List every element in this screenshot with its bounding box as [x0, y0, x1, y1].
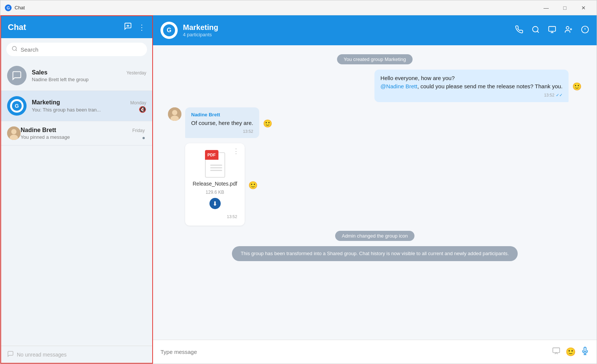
title-bar: G Chat — □ ✕ — [0, 0, 597, 15]
conversation-list: Sales Yesterday Nadine Brett left the gr… — [1, 61, 152, 346]
file-menu-icon[interactable]: ⋮ — [233, 147, 239, 155]
app-window: G Chat — □ ✕ Chat ⋮ — [0, 0, 597, 364]
call-icon[interactable] — [515, 25, 523, 36]
chat-header-icons — [515, 25, 589, 36]
nadine-conv-preview: You pinned a message — [21, 134, 145, 140]
search-chat-icon[interactable] — [532, 25, 540, 36]
app-body: Chat ⋮ — [0, 15, 597, 364]
marketing-conv-preview: You: This group has been tran... — [32, 107, 101, 113]
incoming-emoji-btn[interactable]: 🙂 — [263, 119, 272, 128]
system-message-created: You created group Marketing — [337, 54, 413, 64]
maximize-button[interactable]: □ — [556, 0, 573, 15]
chat-area: G Marketing 4 participants — [153, 15, 597, 364]
marketing-conv-top: Marketing Monday — [32, 99, 146, 106]
pdf-line-3 — [210, 170, 222, 171]
incoming-message-row: Nadine Brett Of course, here they are. 1… — [168, 107, 582, 138]
own-message-time: 13:52 ✓✓ — [380, 93, 563, 98]
message-input[interactable] — [160, 349, 547, 355]
pdf-lines — [210, 165, 222, 171]
sidebar-title: Chat — [8, 22, 26, 32]
nadine-conv-info: Nadine Brett Friday You pinned a message — [21, 127, 145, 140]
nadine-conv-time: Friday — [132, 128, 145, 133]
svg-point-5 — [11, 129, 16, 134]
own-message-bubble: Hello everyone, how are you? @Nadine Bre… — [374, 70, 569, 102]
mute-icon: 🔇 — [139, 106, 146, 113]
chat-header-left: G Marketing 4 participants — [160, 22, 218, 39]
double-check-icon: ✓✓ — [556, 93, 563, 98]
nadine-conv-top: Nadine Brett Friday — [21, 127, 145, 134]
search-input-wrap[interactable] — [6, 43, 147, 56]
sidebar-header-icons: ⋮ — [124, 22, 146, 32]
incoming-avatar — [168, 107, 181, 121]
incoming-time: 13:52 — [191, 129, 253, 134]
conversation-item-marketing[interactable]: G Marketing Monday You: This group has b… — [1, 91, 152, 121]
system-message-shared-group: This group has been transformed into a S… — [232, 246, 518, 261]
conversation-item-sales[interactable]: Sales Yesterday Nadine Brett left the gr… — [1, 61, 152, 91]
file-size: 129.6 KB — [206, 190, 224, 195]
own-message-emoji-btn[interactable]: 🙂 — [572, 82, 582, 91]
svg-line-8 — [537, 31, 539, 33]
search-input[interactable] — [21, 46, 142, 53]
sales-conv-name: Sales — [32, 69, 48, 76]
incoming-sender: Nadine Brett — [191, 112, 253, 117]
svg-line-3 — [16, 50, 17, 51]
pdf-line-2 — [210, 167, 222, 168]
chat-group-avatar: G — [160, 22, 178, 39]
marketing-conv-bottom: You: This group has been tran... 🔇 — [32, 106, 146, 113]
microphone-icon[interactable] — [581, 347, 589, 357]
screen-share-icon[interactable] — [548, 25, 556, 36]
emoji-input-icon[interactable]: 🙂 — [566, 347, 576, 357]
incoming-message-wrap: Nadine Brett Of course, here they are. 1… — [185, 107, 259, 138]
own-message-wrap: Hello everyone, how are you? @Nadine Bre… — [374, 70, 569, 102]
sidebar-header: Chat ⋮ — [1, 16, 152, 38]
marketing-group-avatar: G — [7, 96, 27, 116]
chat-input-bar: 🙂 — [153, 340, 597, 364]
svg-rect-9 — [549, 26, 555, 31]
new-chat-icon[interactable] — [124, 22, 132, 32]
sales-conv-info: Sales Yesterday Nadine Brett left the gr… — [32, 69, 146, 82]
incoming-text: Of course, here they are. — [191, 119, 253, 127]
nadine-conv-name: Nadine Brett — [21, 127, 56, 134]
svg-point-12 — [566, 26, 569, 29]
messages-area: You created group Marketing Hello everyo… — [153, 45, 597, 340]
download-button[interactable]: ⬇ — [209, 198, 221, 209]
svg-point-2 — [12, 46, 16, 51]
nadine-avatar — [7, 126, 21, 140]
sales-group-avatar — [7, 66, 27, 85]
file-bubble: ⋮ PDF Release_Notes.pdf — [185, 143, 245, 226]
app-logo: G — [5, 4, 12, 11]
add-participant-icon[interactable] — [564, 25, 573, 36]
conversation-item-nadine[interactable]: Nadine Brett Friday You pinned a message — [1, 121, 152, 146]
file-emoji-btn[interactable]: 🙂 — [248, 181, 258, 190]
own-message-row: Hello everyone, how are you? @Nadine Bre… — [168, 70, 582, 102]
marketing-conv-meta: Monday — [130, 100, 146, 105]
system-message-icon-change: Admin changed the group icon — [335, 231, 414, 241]
attachment-icon[interactable] — [552, 347, 560, 357]
info-icon[interactable] — [581, 25, 589, 36]
search-icon — [12, 46, 18, 53]
close-button[interactable]: ✕ — [575, 0, 592, 15]
sidebar-footer: No unread messages — [1, 346, 152, 363]
svg-point-19 — [172, 110, 177, 115]
file-name: Release_Notes.pdf — [193, 181, 237, 187]
mention-nadine: @Nadine Brett — [380, 83, 417, 89]
incoming-bubble: Nadine Brett Of course, here they are. 1… — [185, 107, 259, 138]
marketing-conv-info: Marketing Monday You: This group has bee… — [32, 99, 146, 113]
pdf-line-1 — [210, 165, 222, 166]
chat-bubble-icon — [7, 351, 14, 358]
svg-rect-21 — [553, 348, 560, 352]
window-controls: — □ ✕ — [538, 0, 592, 15]
pdf-tab: PDF — [205, 150, 218, 160]
pdf-icon: PDF — [204, 150, 226, 178]
sales-conv-time: Yesterday — [126, 70, 146, 76]
file-message-row: ⋮ PDF Release_Notes.pdf — [185, 143, 582, 226]
file-time: 13:52 — [193, 214, 237, 219]
chat-avatar-g: G — [163, 24, 175, 36]
chat-header-info: Marketing 4 participants — [183, 23, 218, 37]
chat-header: G Marketing 4 participants — [153, 15, 597, 45]
minimize-button[interactable]: — — [538, 0, 555, 15]
sidebar: Chat ⋮ — [0, 15, 153, 364]
sales-conv-top: Sales Yesterday — [32, 69, 146, 76]
more-options-icon[interactable]: ⋮ — [138, 23, 146, 32]
own-message-text: Hello everyone, how are you? @Nadine Bre… — [380, 74, 563, 91]
